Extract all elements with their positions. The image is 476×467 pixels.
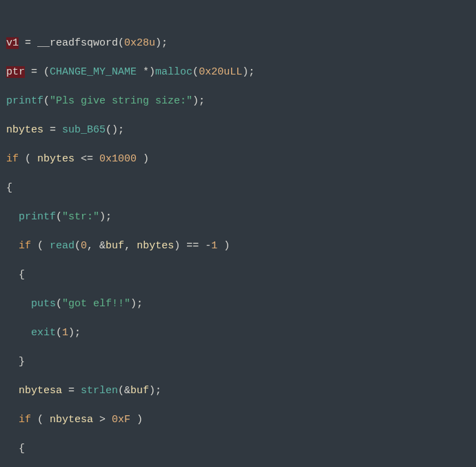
var-nbytesa: nbytesa bbox=[19, 385, 62, 397]
code-block: v1 = __readfsqword(0x28u); ptr = (CHANGE… bbox=[0, 0, 476, 467]
var-nbytes: nbytes bbox=[6, 124, 43, 136]
fn-printf: printf bbox=[6, 95, 43, 107]
kw-if: if bbox=[6, 153, 19, 165]
var-v1: v1 bbox=[6, 37, 19, 49]
var-ptr: ptr bbox=[6, 66, 25, 78]
